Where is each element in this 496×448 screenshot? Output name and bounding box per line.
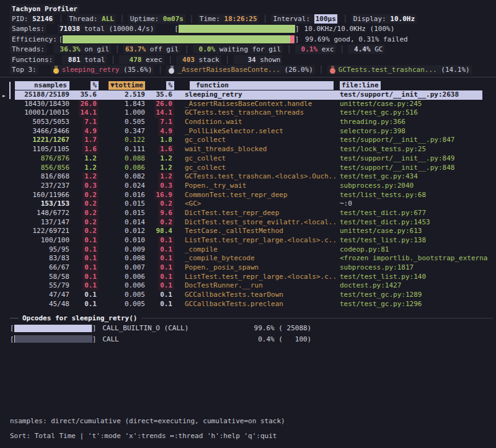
cell-pct-cumulative: 1.6 [149, 145, 176, 154]
table-row[interactable]: 45/480.10.0050.1GCCallbackTests.preclean… [15, 300, 496, 309]
table-row[interactable]: 5053/50537.10.5057.1Condition.waitthread… [15, 118, 496, 127]
cell-function: CommonTest.test_repr_deep [176, 191, 336, 200]
cell-function: gc_collect [176, 164, 336, 173]
threads-stat-segment: 0.0% waiting for gil [193, 45, 283, 54]
tachyon-profiler-app: Tachyon Profiler PID: 52146 │ Thread: AL… [0, 0, 496, 448]
status-item-uptime: Uptime: 0m07s [128, 14, 185, 24]
cell-nsamples: 148/6772 [15, 209, 72, 218]
opcodes-list: []CALL_BUILTIN_O (CALL)99.6% ( 25088)[]C… [10, 323, 496, 345]
table-header: nsamples % ▼tottime % function file:line [15, 81, 496, 90]
table-row[interactable]: 876/8761.20.0881.2gc_collecttest/support… [15, 154, 496, 164]
opcodes-section-title: Opcodes for sleeping_retry() [22, 314, 137, 322]
cell-file-line: selectors.py:398 [336, 127, 496, 136]
cell-nsamples: 18430/18430 [15, 100, 72, 109]
table-row[interactable]: 95/950.10.0090.1_compilecodeop.py:81 [15, 245, 496, 255]
status-bar: PID: 52146 │ Thread: ALL │ Uptime: 0m07s… [0, 14, 496, 24]
table-row[interactable]: 100/1000.10.0100.1ListTest.test_repr_lar… [15, 236, 496, 245]
cell-file-line: test/test_gc.py:516 [336, 108, 496, 118]
cell-nsamples: 237/237 [15, 182, 72, 191]
cell-nsamples: 160/11966 [15, 191, 72, 200]
opcode-bar-fill [14, 335, 15, 343]
cell-file-line: test/test_dict.py:677 [336, 209, 496, 218]
table-row[interactable]: 47/470.10.0050.1GCCallbackTests.tearDown… [15, 291, 496, 300]
table-row[interactable]: 237/2370.30.0240.3Popen._try_waitsubproc… [15, 182, 496, 191]
cell-pct-direct: 0.2 [72, 218, 100, 227]
cell-function: <GC> [176, 200, 336, 209]
cell-file-line: unittest/case.py:245 [336, 100, 496, 109]
column-header-pct-direct[interactable]: % [72, 81, 100, 90]
status-value: 52146 [32, 14, 53, 24]
cell-tottime: 0.122 [100, 136, 149, 145]
cell-pct-direct: 26.0 [72, 100, 100, 109]
table-row[interactable]: 55/790.10.0060.1DocTestRunner.__rundocte… [15, 281, 496, 291]
cell-nsamples: 47/47 [15, 291, 72, 300]
table-row[interactable]: 83/830.10.0080.1_compile_bytecode<frozen… [15, 254, 496, 263]
cell-pct-cumulative: 1.2 [149, 164, 176, 173]
separator: │ [259, 15, 272, 23]
cell-pct-cumulative: 0.1 [149, 254, 176, 263]
bronze-medal-icon [330, 66, 336, 74]
opcode-bar-fill [14, 325, 92, 332]
top3-function-name: sleeping_retry [62, 65, 120, 74]
samples-count: 71038 [60, 24, 80, 33]
separator: │ [55, 15, 67, 23]
samples-rate: 10.0KHz/10.0KHz (100%) [304, 25, 395, 33]
table-row[interactable]: 148/67720.20.0159.6DictTest.test_repr_de… [15, 209, 496, 218]
threads-stat-segment: 0.1% exc [295, 45, 336, 54]
cell-tottime: 1.000 [100, 108, 149, 118]
table-row[interactable]: 3466/34664.90.3474.9_PollLikeSelector.se… [15, 127, 496, 136]
table-row-selected[interactable]: 25188/2518935.62.51935.6sleeping_retryte… [15, 90, 482, 100]
table-row[interactable]: 137/1470.20.0140.2DictTest.test_store_ev… [15, 218, 496, 227]
cell-pct-cumulative: 26.0 [149, 100, 176, 109]
table-row[interactable]: 1105/11051.60.1111.6wait_threads_blocked… [15, 145, 496, 154]
column-header-file-line[interactable]: file:line [336, 81, 496, 90]
cell-pct-direct: 1.2 [72, 172, 100, 182]
cell-file-line: test/test_gc.py:1296 [336, 300, 496, 309]
table-row[interactable]: 153/1530.20.0150.2<GC>~:0 [15, 200, 496, 209]
cell-tottime: 0.010 [100, 236, 149, 245]
cell-pct-cumulative: 0.1 [149, 281, 176, 291]
table-row[interactable]: 18430/1843026.01.84326.0_AssertRaisesBas… [15, 100, 496, 109]
cell-pct-direct: 0.1 [72, 273, 100, 282]
functions-stat-segment: 478 exec [119, 55, 164, 64]
table-row[interactable]: 816/8681.20.0821.2GCTests.test_trashcan.… [15, 172, 496, 182]
cell-file-line: threading.py:366 [336, 118, 496, 127]
function-table: nsamples % ▼tottime % function file:line… [0, 81, 496, 309]
cell-file-line: test/test_gc.py:1289 [336, 291, 496, 300]
efficiency-failed-fill [290, 35, 294, 43]
table-row[interactable]: 856/8561.20.0861.2gc_collecttest/support… [15, 164, 496, 173]
table-row[interactable]: 122/697210.20.01298.4TestCase._callTestM… [15, 227, 496, 236]
cell-tottime: 0.015 [100, 200, 149, 209]
cell-pct-cumulative: 0.1 [149, 236, 176, 245]
samples-total: 71038 total (10000.4/s) [58, 24, 156, 33]
status-value: ALL [102, 14, 114, 24]
table-row[interactable]: 10001/1001514.11.00014.1GCTests.test_tra… [15, 108, 496, 118]
cell-pct-direct: 1.6 [72, 145, 100, 154]
cell-pct-cumulative: 1.8 [149, 136, 176, 145]
table-row[interactable]: 58/580.10.0060.1ListTest.test_repr_large… [15, 273, 496, 282]
cell-tottime: 0.014 [100, 218, 149, 227]
status-label: Uptime: [130, 14, 163, 24]
cell-pct-cumulative: 1.2 [149, 154, 176, 164]
top3-item-1: sleeping_retry (35.6%) [51, 65, 154, 74]
functions-stat-segment: 403 stack [176, 55, 221, 64]
status-value: 100µs [314, 14, 337, 24]
samples-label: Samples: [12, 24, 45, 33]
separator: │ [185, 15, 198, 23]
table-row[interactable]: 1221/12671.70.1221.8gc_collecttest/suppo… [15, 136, 496, 145]
cell-file-line: subprocess.py:1817 [336, 263, 496, 273]
cell-tottime: 2.519 [100, 90, 149, 100]
column-header-pct-cumulative[interactable]: % [149, 81, 176, 90]
status-item-pid: PID: 52146 [10, 14, 55, 24]
cell-tottime: 0.088 [100, 154, 149, 164]
cell-nsamples: 45/48 [15, 300, 72, 309]
efficiency-bar-close-bracket: ] [294, 35, 299, 43]
column-header-nsamples[interactable]: nsamples [15, 81, 72, 90]
column-header-tottime-sorted[interactable]: ▼tottime [100, 81, 149, 90]
table-row[interactable]: 66/670.10.0070.1Popen._posix_spawnsubpro… [15, 263, 496, 273]
opcode-row: []CALL_BUILTIN_O (CALL)99.6% ( 25088) [10, 323, 496, 334]
threads-stat-segment: 36.3% on gil [54, 45, 111, 54]
column-header-function[interactable]: function [176, 81, 336, 90]
samples-line: Samples: 71038 total (10000.4/s) [ ] 10.… [0, 24, 496, 34]
table-row[interactable]: 160/119660.20.01616.9CommonTest.test_rep… [15, 191, 496, 200]
